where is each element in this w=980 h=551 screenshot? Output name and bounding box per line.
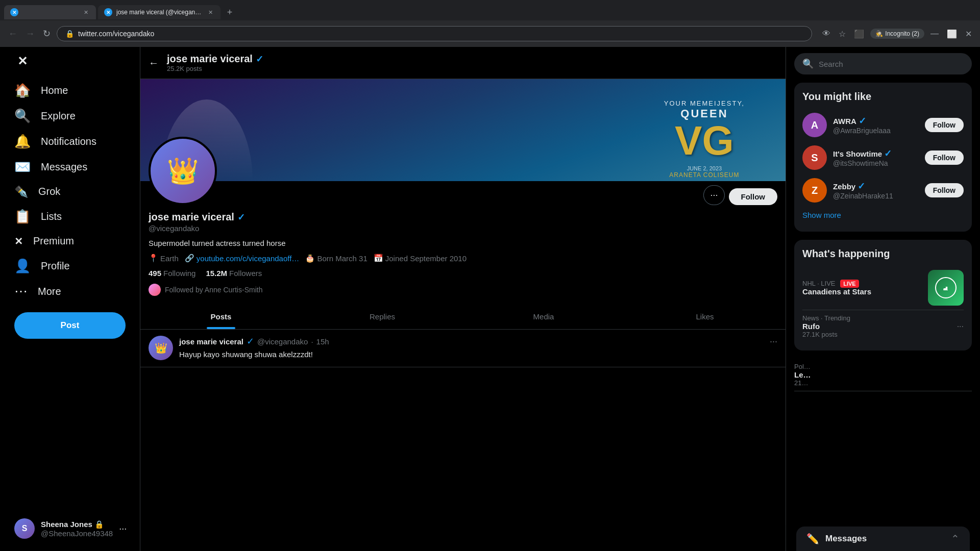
more-label: More	[38, 286, 61, 297]
follow-showtime-button[interactable]: Follow	[925, 151, 964, 165]
tab-close-x[interactable]: ✕	[82, 8, 90, 16]
home-icon: 🏠	[14, 84, 31, 97]
browser-tab-x[interactable]: ✕ ✕	[4, 5, 96, 19]
suggest-name-zebby: Zebby ✓	[833, 181, 919, 192]
trending-canadiens-text: NHL · LIVE LIVE Canadiens at Stars	[802, 280, 924, 296]
profile-header-name: jose marie viceral ✓	[167, 53, 263, 65]
profile-name-text: jose marie viceral	[149, 211, 234, 223]
partial-trending-name: Le…	[794, 370, 972, 379]
tweet-avatar: 👑	[149, 336, 173, 360]
tab-replies[interactable]: Replies	[302, 304, 463, 329]
sidebar-item-notifications[interactable]: 🔔 Notifications	[6, 129, 134, 154]
suggest-handle-zebby: @ZeinabHarake11	[833, 192, 919, 200]
sidebar-user[interactable]: S Sheena Jones 🔒 @SheenaJone49348 ···	[6, 512, 134, 545]
tab-likes[interactable]: Likes	[624, 304, 786, 329]
suggest-avatar-awra-inner: A	[802, 113, 827, 137]
browser-tabs: ✕ ✕ ✕ jose marie viceral (@viceganda… ✕ …	[0, 0, 980, 20]
tab-close-active[interactable]: ✕	[206, 8, 214, 16]
trending-rufo-more-icon[interactable]: ···	[957, 322, 964, 331]
trending-img-inner: ⛸	[928, 270, 964, 306]
meta-joined: 📅 Joined September 2010	[374, 254, 467, 263]
profile-avatar-wrap: 👑	[149, 137, 217, 205]
close-window-icon[interactable]: ✕	[963, 27, 974, 41]
incognito-badge[interactable]: 🕵 Incognito (2)	[870, 29, 924, 39]
tweet-user-name: jose marie viceral	[179, 337, 243, 346]
x-logo: ✕	[14, 53, 31, 69]
profile-icon: 👤	[14, 259, 31, 272]
profile-header-name-text: jose marie viceral	[167, 53, 253, 65]
grok-label: Grok	[38, 186, 60, 197]
profile-more-button[interactable]: ···	[703, 185, 724, 205]
tweet-handle: @vicegandako	[257, 337, 308, 346]
x-logo-wrap[interactable]: ✕	[6, 47, 134, 76]
trending-item-canadiens[interactable]: NHL · LIVE LIVE Canadiens at Stars ⛸	[802, 266, 964, 310]
messages-compose-icon[interactable]: ✏️	[806, 533, 819, 545]
awra-verified-icon: ✓	[859, 115, 866, 127]
sidebar-user-more-icon: ···	[119, 523, 127, 534]
suggest-avatar-showtime: S	[802, 145, 827, 170]
address-bar[interactable]: 🔒 twitter.com/vicegandako	[57, 26, 812, 41]
search-icon: 🔍	[802, 58, 814, 69]
profile-header-posts-count: 25.2K posts	[167, 65, 263, 72]
refresh-nav-button[interactable]: ↻	[41, 26, 53, 41]
incognito-label: Incognito (2)	[885, 30, 919, 37]
sidebar-item-profile[interactable]: 👤 Profile	[6, 253, 134, 279]
post-button[interactable]: Post	[14, 312, 126, 339]
trending-item-rufo[interactable]: News · Trending Rufo 27.1K posts ···	[802, 310, 964, 342]
follow-zebby-button[interactable]: Follow	[925, 183, 964, 197]
following-stat[interactable]: 495 Following	[149, 269, 195, 278]
forward-nav-button[interactable]: →	[23, 27, 37, 41]
follow-awra-button[interactable]: Follow	[925, 118, 964, 132]
tab-media[interactable]: Media	[463, 304, 624, 329]
star-icon[interactable]: ☆	[837, 27, 848, 41]
extension-icon[interactable]: ⬛	[852, 27, 866, 41]
address-text: twitter.com/vicegandako	[78, 30, 803, 38]
sidebar-item-messages[interactable]: ✉️ Messages	[6, 154, 134, 180]
followed-by: Followed by Anne Curtis-Smith	[149, 284, 777, 296]
eyeoff-icon[interactable]: 👁	[820, 27, 832, 40]
lists-icon: 📋	[14, 210, 31, 223]
tab-posts[interactable]: Posts	[140, 304, 302, 329]
sidebar-item-grok[interactable]: ✒️ Grok	[6, 180, 134, 204]
sidebar-item-lists[interactable]: 📋 Lists	[6, 204, 134, 229]
followers-stat[interactable]: 15.2M Followers	[206, 269, 262, 278]
maximize-icon[interactable]: ⬜	[945, 27, 959, 41]
show-more-link[interactable]: Show more	[802, 207, 964, 223]
sidebar-item-premium[interactable]: ✕ Premium	[6, 229, 134, 253]
tweet-text: Hayup kayo shuwang shuwa akelzzzdt!	[179, 349, 777, 361]
suggest-name-showtime: It's Showtime ✓	[833, 148, 919, 159]
new-tab-button[interactable]: +	[223, 5, 237, 19]
back-button[interactable]: ←	[149, 57, 159, 69]
sidebar-item-home[interactable]: 🏠 Home	[6, 78, 134, 103]
messages-collapse-icon[interactable]: ⌃	[951, 533, 960, 545]
tab-favicon-active: ✕	[104, 8, 112, 16]
partial-trending-item: Pol… Le… 21…	[794, 359, 972, 391]
messages-footer-title: Messages	[825, 534, 945, 544]
more-icon: ⋯	[14, 285, 28, 298]
following-label: Following	[163, 269, 195, 278]
suggest-info-zebby: Zebby ✓ @ZeinabHarake11	[833, 181, 919, 200]
minimize-icon[interactable]: —	[928, 27, 941, 40]
sidebar-user-name: Sheena Jones 🔒	[41, 520, 113, 529]
profile-display-name: jose marie viceral ✓	[149, 211, 777, 223]
profile-label: Profile	[41, 260, 70, 272]
meta-joined-text: Joined September 2010	[385, 254, 467, 263]
profile-header-info: jose marie viceral ✓ 25.2K posts	[167, 53, 263, 72]
trending-rufo-header: News · Trending Rufo 27.1K posts ···	[802, 314, 964, 338]
sidebar-item-explore[interactable]: 🔍 Explore	[6, 103, 134, 129]
profile-follow-button[interactable]: Follow	[729, 188, 778, 205]
meta-url-link[interactable]: youtube.com/c/vicegandaoff…	[197, 254, 300, 263]
messages-footer[interactable]: ✏️ Messages ⌃	[796, 527, 970, 551]
sidebar-user-handle: @SheenaJone49348	[41, 529, 113, 538]
tweet-user-info: jose marie viceral ✓ @vicegandako · 15h	[179, 336, 329, 347]
profile-header-bar: ← jose marie viceral ✓ 25.2K posts	[140, 47, 786, 79]
might-like-card: You might like A AWRA ✓ @AwraBriguelaaa …	[794, 83, 972, 232]
notifications-icon: 🔔	[14, 135, 31, 148]
search-input[interactable]	[819, 60, 964, 68]
app-layout: ✕ 🏠 Home 🔍 Explore 🔔 Notifications ✉️ Me…	[0, 47, 980, 551]
tweet-more-button[interactable]: ···	[770, 336, 777, 347]
browser-tab-active[interactable]: ✕ jose marie viceral (@viceganda… ✕	[98, 5, 220, 19]
tweet-item: 👑 jose marie viceral ✓ @vicegandako · 15…	[140, 330, 786, 367]
sidebar-item-more[interactable]: ⋯ More	[6, 279, 134, 304]
back-nav-button[interactable]: ←	[6, 27, 19, 41]
